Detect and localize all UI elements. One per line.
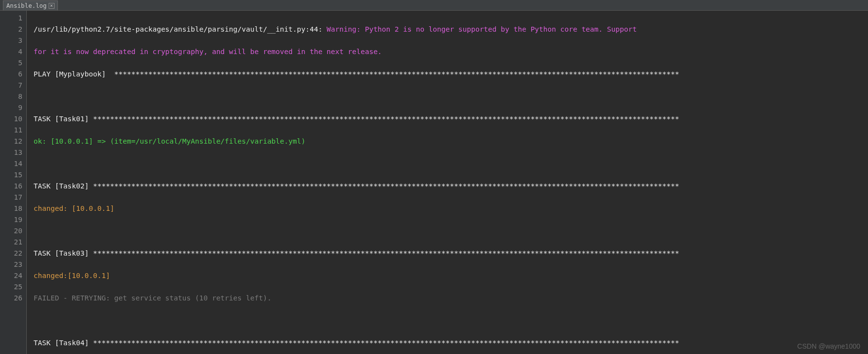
line-number: 7 (0, 80, 22, 91)
line-number: 19 (0, 214, 22, 225)
line-number: 12 (0, 136, 22, 147)
blank-line (34, 158, 868, 169)
line-number: 14 (0, 158, 22, 169)
line-number: 3 (0, 35, 22, 46)
line-number: 4 (0, 46, 22, 57)
tab-bar: Ansible.log × (0, 0, 868, 11)
line-number: 17 (0, 192, 22, 203)
tab-ansible-log[interactable]: Ansible.log × (3, 0, 58, 10)
line-number: 5 (0, 57, 22, 69)
task01-ok: ok: [10.0.0.1] => (item=/usr/local/MyAns… (34, 136, 868, 147)
blank-line (34, 315, 868, 326)
line-number: 13 (0, 147, 22, 158)
line-number: 10 (0, 113, 22, 125)
line-number: 1 (0, 13, 22, 24)
blank-line (34, 225, 868, 237)
editor-area: 1234567891011121314151617181920212223242… (0, 11, 868, 354)
line-number: 11 (0, 125, 22, 136)
line-number: 20 (0, 225, 22, 237)
line-number: 22 (0, 248, 22, 259)
tab-label: Ansible.log (6, 2, 47, 9)
line-number: 24 (0, 270, 22, 281)
line-number: 6 (0, 69, 22, 80)
task02-changed: changed: [10.0.0.1] (34, 203, 868, 214)
task03-header: TASK [Task03] **************************… (34, 248, 868, 259)
watermark-text: CSDN @wayne1000 (797, 341, 860, 352)
line-number: 18 (0, 203, 22, 214)
line-number: 2 (0, 24, 22, 35)
warn-msg-2: for it is now deprecated in cryptography… (34, 48, 382, 56)
line-number: 25 (0, 281, 22, 293)
line-number-gutter: 1234567891011121314151617181920212223242… (0, 11, 27, 354)
line-number: 15 (0, 169, 22, 181)
line-number: 9 (0, 102, 22, 113)
play-header: PLAY [Myplaybook] **********************… (34, 69, 868, 80)
line-number: 16 (0, 181, 22, 192)
line-number: 23 (0, 259, 22, 270)
task02-header: TASK [Task02] **************************… (34, 181, 868, 192)
code-content[interactable]: /usr/lib/python2.7/site-packages/ansible… (27, 11, 868, 354)
close-icon[interactable]: × (49, 3, 54, 9)
line-number: 21 (0, 237, 22, 248)
retry-msg: FAILED - RETRYING: get service status (1… (34, 293, 868, 304)
line-number: 8 (0, 91, 22, 102)
blank-line (34, 91, 868, 102)
task03-changed: changed:[10.0.0.1] (34, 270, 868, 281)
warn-path: /usr/lib/python2.7/site-packages/ansible… (34, 25, 326, 33)
warn-msg-1: Warning: Python 2 is no longer supported… (326, 25, 636, 33)
task01-header: TASK [Task01] **************************… (34, 113, 868, 125)
line-number: 26 (0, 293, 22, 304)
task04-header: TASK [Task04] **************************… (34, 337, 868, 349)
